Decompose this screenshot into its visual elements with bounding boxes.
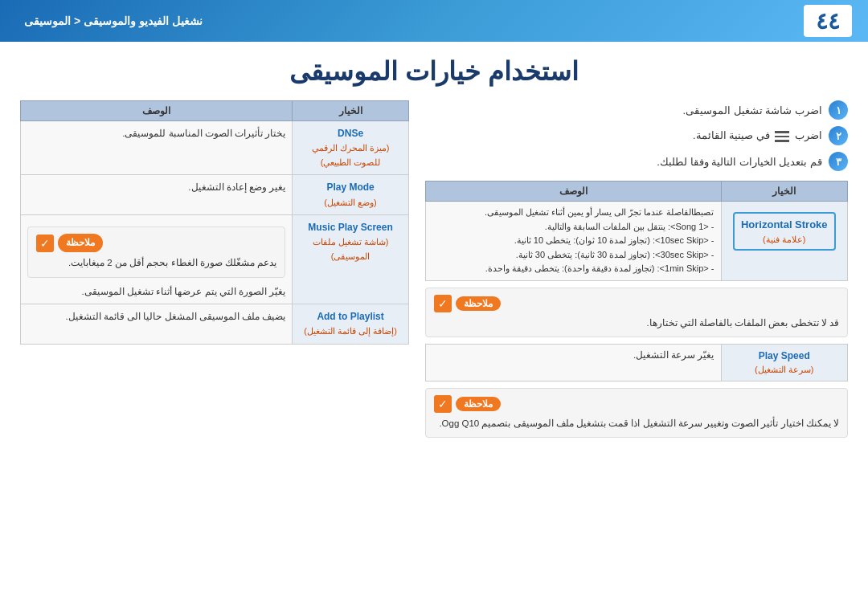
note-text-2: لا يمكنك اختيار تأثير الصوت وتغيير سرعة …: [434, 417, 839, 430]
music-play-screen-key-cell: Music Play Screen (شاشة تشغيل ملفات المو…: [293, 215, 409, 304]
right-options-table: الخيار الوصف DNSe (ميزة المحرك الرقمي لل…: [20, 100, 409, 345]
page: ٤٤ نشغيل الفيديو والموسيقى < الموسيقى اس…: [0, 0, 868, 612]
add-playlist-label: Add to Playlist: [299, 309, 402, 324]
music-play-note-box: ملاحظة ✓ يدعم مشغّلك صورة الغطاء بحجم أق…: [27, 226, 285, 277]
step-text-1: اضرب شاشة تشغيل الموسيقى.: [683, 104, 822, 116]
left-options-table: الخيار الوصف Horizontal Stroke (علامة فن…: [425, 181, 848, 281]
add-playlist-sub: (إضافة إلى قائمة التشغيل): [299, 324, 402, 339]
music-note-icon: ✓: [36, 235, 54, 252]
note-icon-2: ✓: [434, 395, 452, 413]
header-breadcrumb: نشغيل الفيديو والموسيقى < الموسيقى: [24, 14, 203, 27]
step-text-3: قم بتعديل الخيارات التالية وفقا لطلبك.: [657, 156, 822, 168]
play-speed-desc: يغيّر سرعة التشغيل.: [426, 345, 722, 381]
music-play-screen-label: Music Play Screen: [299, 220, 402, 235]
note-box-2: ملاحظة ✓ لا يمكنك اختيار تأثير الصوت وتغ…: [425, 388, 848, 438]
play-mode-label: Play Mode: [299, 180, 402, 195]
music-note-header: ملاحظة ✓: [36, 234, 276, 252]
note-header-2: ملاحظة ✓: [434, 395, 839, 413]
table-row-music-play-screen: Music Play Screen (شاشة تشغيل ملفات المو…: [21, 215, 409, 304]
table-row-dnse: DNSe (ميزة المحرك الرقمي للصوت الطبيعي) …: [21, 121, 409, 175]
steps-list: ١ اضرب شاشة تشغيل الموسيقى. ٢ اضرب في صي…: [425, 100, 848, 171]
left-table-header-desc: الوصف: [426, 182, 722, 202]
step-3: ٣ قم بتعديل الخيارات التالية وفقا لطلبك.: [425, 152, 848, 171]
dnse-desc: يختار تأثيرات الصوت المناسبة للموسيقى.: [21, 121, 293, 175]
right-table-header-desc: الوصف: [21, 101, 293, 121]
header-bar: ٤٤ نشغيل الفيديو والموسيقى < الموسيقى: [0, 0, 868, 42]
note-box-1: ملاحظة ✓ قد لا تتخطى بعض الملفات بالفاصل…: [425, 288, 848, 337]
note-text-1: قد لا تتخطى بعض الملفات بالفاصلة التي تخ…: [434, 316, 839, 330]
horizontal-stroke-key: Horizontal Stroke (علامة فنية): [733, 212, 836, 251]
play-mode-key-cell: Play Mode (وضع التشغيل): [293, 175, 409, 215]
right-column: الخيار الوصف DNSe (ميزة المحرك الرقمي لل…: [12, 96, 417, 612]
step-number-1: ١: [829, 100, 848, 120]
step-number-2: ٢: [829, 126, 848, 145]
music-note-text: يدعم مشغّلك صورة الغطاء بحجم أقل من 2 مي…: [36, 256, 276, 270]
page-number: ٤٤: [804, 5, 852, 37]
play-speed-label: Play Speed: [759, 350, 810, 361]
step-number-3: ٣: [829, 152, 848, 171]
play-mode-sub: (وضع التشغيل): [299, 196, 402, 210]
horizontal-stroke-sub: (علامة فنية): [741, 233, 828, 247]
play-speed-table: Play Speed (سرعة التشغيل) يغيّر سرعة الت…: [425, 344, 848, 381]
table-row-add-to-playlist: Add to Playlist (إضافة إلى قائمة التشغيل…: [21, 304, 409, 344]
left-column: ١ اضرب شاشة تشغيل الموسيقى. ٢ اضرب في صي…: [417, 96, 856, 612]
dnse-key-cell: DNSe (ميزة المحرك الرقمي للصوت الطبيعي): [293, 121, 409, 175]
step-text-2: اضرب في صينية القائمة.: [693, 129, 822, 142]
horizontal-stroke-label: Horizontal Stroke: [741, 217, 828, 233]
dnse-sub: (ميزة المحرك الرقمي للصوت الطبيعي): [299, 141, 402, 169]
music-play-screen-desc: ملاحظة ✓ يدعم مشغّلك صورة الغطاء بحجم أق…: [21, 215, 293, 304]
table-row-play-speed: Play Speed (سرعة التشغيل) يغيّر سرعة الت…: [426, 345, 848, 381]
horizontal-stroke-desc: تصبطالقاصلة عندما تجرّ الى يسار أو يمين …: [426, 202, 722, 281]
content-area: ١ اضرب شاشة تشغيل الموسيقى. ٢ اضرب في صي…: [0, 96, 868, 612]
music-play-screen-sub: (شاشة تشغيل ملفات الموسيقى): [299, 235, 402, 263]
add-playlist-desc: يضيف ملف الموسيقى المشغل حاليا الى قائمة…: [21, 304, 293, 344]
note-badge-2: ملاحظة: [456, 397, 501, 411]
note-badge-1: ملاحظة: [456, 296, 501, 311]
left-table-header-key: الخيار: [721, 182, 848, 202]
dnse-label: DNSe: [299, 126, 402, 141]
right-table-header-key: الخيار: [293, 101, 409, 121]
music-note-badge: ملاحظة: [58, 234, 103, 252]
page-title: استخدام خيارات الموسيقى: [0, 42, 868, 96]
note-icon-1: ✓: [434, 295, 452, 312]
table-row-horizontal: Horizontal Stroke (علامة فنية) تصبطالقاص…: [426, 202, 848, 281]
play-speed-sub: (سرعة التشغيل): [755, 365, 813, 374]
table-row-play-mode: Play Mode (وضع التشغيل) يغير وضع إعادة ا…: [21, 175, 409, 215]
music-play-screen-desc-text: يغيّر الصورة التي يتم عرضها أثناء تشغيل …: [82, 287, 286, 296]
add-playlist-key-cell: Add to Playlist (إضافة إلى قائمة التشغيل…: [293, 304, 409, 344]
play-mode-desc: يغير وضع إعادة التشغيل.: [21, 175, 293, 215]
note-header-1: ملاحظة ✓: [434, 295, 839, 312]
step-2: ٢ اضرب في صينية القائمة.: [425, 126, 848, 145]
step-1: ١ اضرب شاشة تشغيل الموسيقى.: [425, 100, 848, 120]
